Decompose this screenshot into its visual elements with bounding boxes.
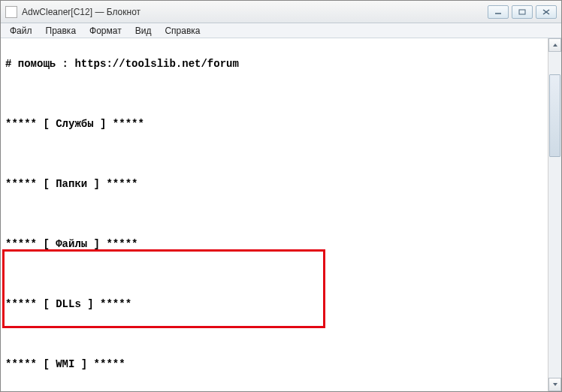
- text-line: [5, 146, 543, 161]
- vertical-scrollbar[interactable]: [548, 38, 561, 391]
- text-editor[interactable]: # помощь : https://toolslib.net/forum **…: [1, 38, 548, 391]
- text-line: ***** [ DLLs ] *****: [5, 297, 543, 312]
- close-button[interactable]: [536, 5, 557, 19]
- highlight-box: [2, 249, 325, 328]
- svg-marker-5: [553, 383, 557, 386]
- minimize-button[interactable]: [488, 5, 509, 19]
- svg-marker-4: [553, 44, 557, 47]
- text-line: ***** [ WMI ] *****: [5, 357, 543, 372]
- menubar: Файл Правка Формат Вид Справка: [1, 23, 561, 38]
- titlebar: AdwCleaner[C12] — Блокнот: [1, 1, 561, 23]
- text-line: ***** [ Службы ] *****: [5, 116, 543, 131]
- scroll-track[interactable]: [548, 52, 561, 378]
- scroll-down-button[interactable]: [548, 378, 561, 391]
- menu-format[interactable]: Формат: [83, 24, 128, 38]
- app-icon: [5, 6, 17, 18]
- svg-rect-1: [519, 10, 525, 14]
- text-line: ***** [ Папки ] *****: [5, 176, 543, 191]
- scroll-up-button[interactable]: [548, 38, 561, 52]
- text-line: [5, 387, 543, 391]
- text-line: ***** [ Файлы ] *****: [5, 237, 543, 252]
- text-line: [5, 327, 543, 342]
- scroll-thumb[interactable]: [549, 74, 560, 157]
- menu-view[interactable]: Вид: [129, 24, 158, 38]
- content-area: # помощь : https://toolslib.net/forum **…: [1, 38, 561, 391]
- menu-help[interactable]: Справка: [159, 24, 206, 38]
- maximize-button[interactable]: [512, 5, 533, 19]
- text-line: [5, 86, 543, 101]
- text-line: [5, 267, 543, 282]
- text-line: [5, 207, 543, 222]
- menu-edit[interactable]: Правка: [40, 24, 83, 38]
- menu-file[interactable]: Файл: [4, 24, 38, 38]
- window-title: AdwCleaner[C12] — Блокнот: [22, 7, 485, 17]
- text-line: # помощь : https://toolslib.net/forum: [5, 56, 543, 71]
